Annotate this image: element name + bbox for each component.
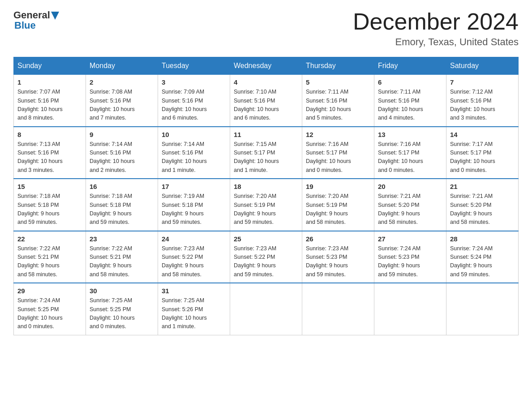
day-info: Sunrise: 7:22 AMSunset: 5:21 PMDaylight:… bbox=[90, 244, 154, 279]
calendar-cell: 12 Sunrise: 7:16 AMSunset: 5:17 PMDaylig… bbox=[302, 127, 374, 179]
day-info: Sunrise: 7:13 AMSunset: 5:16 PMDaylight:… bbox=[17, 140, 82, 175]
day-number: 24 bbox=[162, 235, 226, 243]
calendar-cell: 6 Sunrise: 7:11 AMSunset: 5:16 PMDayligh… bbox=[374, 75, 446, 127]
calendar-week-row: 1 Sunrise: 7:07 AMSunset: 5:16 PMDayligh… bbox=[14, 75, 519, 127]
calendar-cell: 31 Sunrise: 7:25 AMSunset: 5:26 PMDaylig… bbox=[158, 283, 230, 335]
calendar-cell: 4 Sunrise: 7:10 AMSunset: 5:16 PMDayligh… bbox=[230, 75, 302, 127]
day-info: Sunrise: 7:08 AMSunset: 5:16 PMDaylight:… bbox=[90, 88, 154, 123]
logo-blue: Blue bbox=[14, 20, 36, 31]
calendar-cell: 5 Sunrise: 7:11 AMSunset: 5:16 PMDayligh… bbox=[302, 75, 374, 127]
day-info: Sunrise: 7:24 AMSunset: 5:24 PMDaylight:… bbox=[450, 244, 515, 279]
day-info: Sunrise: 7:20 AMSunset: 5:19 PMDaylight:… bbox=[306, 192, 370, 227]
day-info: Sunrise: 7:14 AMSunset: 5:16 PMDaylight:… bbox=[90, 140, 154, 175]
calendar-cell: 13 Sunrise: 7:16 AMSunset: 5:17 PMDaylig… bbox=[374, 127, 446, 179]
day-number: 23 bbox=[90, 235, 154, 243]
col-tuesday: Tuesday bbox=[158, 57, 230, 75]
calendar-cell bbox=[302, 283, 374, 335]
day-number: 3 bbox=[162, 78, 226, 86]
day-number: 20 bbox=[378, 183, 442, 190]
day-info: Sunrise: 7:11 AMSunset: 5:16 PMDaylight:… bbox=[306, 88, 370, 123]
calendar-header-row: Sunday Monday Tuesday Wednesday Thursday… bbox=[14, 57, 519, 75]
day-info: Sunrise: 7:23 AMSunset: 5:23 PMDaylight:… bbox=[306, 244, 370, 279]
calendar-cell: 9 Sunrise: 7:14 AMSunset: 5:16 PMDayligh… bbox=[86, 127, 158, 179]
day-number: 8 bbox=[17, 131, 82, 138]
calendar-cell: 18 Sunrise: 7:20 AMSunset: 5:19 PMDaylig… bbox=[230, 179, 302, 231]
day-info: Sunrise: 7:24 AMSunset: 5:25 PMDaylight:… bbox=[17, 296, 82, 331]
day-number: 25 bbox=[234, 235, 298, 243]
day-info: Sunrise: 7:17 AMSunset: 5:17 PMDaylight:… bbox=[450, 140, 515, 175]
day-info: Sunrise: 7:10 AMSunset: 5:16 PMDaylight:… bbox=[234, 88, 298, 123]
day-number: 27 bbox=[378, 235, 442, 243]
col-wednesday: Wednesday bbox=[230, 57, 302, 75]
calendar-cell: 16 Sunrise: 7:18 AMSunset: 5:18 PMDaylig… bbox=[86, 179, 158, 231]
calendar-cell bbox=[446, 283, 519, 335]
col-saturday: Saturday bbox=[446, 57, 519, 75]
calendar-cell bbox=[374, 283, 446, 335]
location-subtitle: Emory, Texas, United States bbox=[353, 36, 519, 48]
calendar-cell: 2 Sunrise: 7:08 AMSunset: 5:16 PMDayligh… bbox=[86, 75, 158, 127]
calendar-cell: 11 Sunrise: 7:15 AMSunset: 5:17 PMDaylig… bbox=[230, 127, 302, 179]
day-info: Sunrise: 7:23 AMSunset: 5:22 PMDaylight:… bbox=[234, 244, 298, 279]
day-number: 17 bbox=[162, 183, 226, 190]
calendar-cell bbox=[230, 283, 302, 335]
calendar-cell: 14 Sunrise: 7:17 AMSunset: 5:17 PMDaylig… bbox=[446, 127, 519, 179]
calendar-week-row: 8 Sunrise: 7:13 AMSunset: 5:16 PMDayligh… bbox=[14, 127, 519, 179]
day-info: Sunrise: 7:12 AMSunset: 5:16 PMDaylight:… bbox=[450, 88, 515, 123]
calendar-cell: 15 Sunrise: 7:18 AMSunset: 5:18 PMDaylig… bbox=[14, 179, 86, 231]
month-year-title: December 2024 bbox=[353, 9, 519, 34]
calendar-table: Sunday Monday Tuesday Wednesday Thursday… bbox=[13, 57, 519, 335]
day-number: 14 bbox=[450, 131, 515, 138]
day-number: 29 bbox=[17, 287, 82, 295]
day-number: 7 bbox=[450, 78, 515, 86]
day-number: 18 bbox=[234, 183, 298, 190]
day-number: 16 bbox=[90, 183, 154, 190]
day-number: 31 bbox=[162, 287, 226, 295]
day-number: 13 bbox=[378, 131, 442, 138]
calendar-cell: 28 Sunrise: 7:24 AMSunset: 5:24 PMDaylig… bbox=[446, 231, 519, 283]
day-info: Sunrise: 7:20 AMSunset: 5:19 PMDaylight:… bbox=[234, 192, 298, 227]
day-info: Sunrise: 7:21 AMSunset: 5:20 PMDaylight:… bbox=[378, 192, 442, 227]
day-number: 9 bbox=[90, 131, 154, 138]
day-info: Sunrise: 7:11 AMSunset: 5:16 PMDaylight:… bbox=[378, 88, 442, 123]
page-header: General Blue December 2024 Emory, Texas,… bbox=[13, 9, 519, 48]
day-number: 11 bbox=[234, 131, 298, 138]
day-number: 26 bbox=[306, 235, 370, 243]
calendar-cell: 24 Sunrise: 7:23 AMSunset: 5:22 PMDaylig… bbox=[158, 231, 230, 283]
day-info: Sunrise: 7:16 AMSunset: 5:17 PMDaylight:… bbox=[378, 140, 442, 175]
day-info: Sunrise: 7:25 AMSunset: 5:25 PMDaylight:… bbox=[90, 296, 154, 331]
day-info: Sunrise: 7:25 AMSunset: 5:26 PMDaylight:… bbox=[162, 296, 226, 331]
day-number: 5 bbox=[306, 78, 370, 86]
calendar-cell: 23 Sunrise: 7:22 AMSunset: 5:21 PMDaylig… bbox=[86, 231, 158, 283]
calendar-cell: 27 Sunrise: 7:24 AMSunset: 5:23 PMDaylig… bbox=[374, 231, 446, 283]
calendar-week-row: 29 Sunrise: 7:24 AMSunset: 5:25 PMDaylig… bbox=[14, 283, 519, 335]
col-monday: Monday bbox=[86, 57, 158, 75]
day-info: Sunrise: 7:07 AMSunset: 5:16 PMDaylight:… bbox=[17, 88, 82, 123]
calendar-cell: 21 Sunrise: 7:21 AMSunset: 5:20 PMDaylig… bbox=[446, 179, 519, 231]
day-number: 10 bbox=[162, 131, 226, 138]
calendar-cell: 30 Sunrise: 7:25 AMSunset: 5:25 PMDaylig… bbox=[86, 283, 158, 335]
day-number: 21 bbox=[450, 183, 515, 190]
day-number: 30 bbox=[90, 287, 154, 295]
day-number: 4 bbox=[234, 78, 298, 86]
calendar-cell: 17 Sunrise: 7:19 AMSunset: 5:18 PMDaylig… bbox=[158, 179, 230, 231]
day-number: 28 bbox=[450, 235, 515, 243]
calendar-cell: 10 Sunrise: 7:14 AMSunset: 5:16 PMDaylig… bbox=[158, 127, 230, 179]
calendar-cell: 1 Sunrise: 7:07 AMSunset: 5:16 PMDayligh… bbox=[14, 75, 86, 127]
col-sunday: Sunday bbox=[14, 57, 86, 75]
day-info: Sunrise: 7:16 AMSunset: 5:17 PMDaylight:… bbox=[306, 140, 370, 175]
calendar-week-row: 22 Sunrise: 7:22 AMSunset: 5:21 PMDaylig… bbox=[14, 231, 519, 283]
day-number: 15 bbox=[17, 183, 82, 190]
day-info: Sunrise: 7:24 AMSunset: 5:23 PMDaylight:… bbox=[378, 244, 442, 279]
day-info: Sunrise: 7:19 AMSunset: 5:18 PMDaylight:… bbox=[162, 192, 226, 227]
day-number: 12 bbox=[306, 131, 370, 138]
calendar-cell: 20 Sunrise: 7:21 AMSunset: 5:20 PMDaylig… bbox=[374, 179, 446, 231]
col-friday: Friday bbox=[374, 57, 446, 75]
day-info: Sunrise: 7:18 AMSunset: 5:18 PMDaylight:… bbox=[90, 192, 154, 227]
day-info: Sunrise: 7:15 AMSunset: 5:17 PMDaylight:… bbox=[234, 140, 298, 175]
title-block: December 2024 Emory, Texas, United State… bbox=[353, 9, 519, 48]
day-number: 1 bbox=[17, 78, 82, 86]
calendar-cell: 7 Sunrise: 7:12 AMSunset: 5:16 PMDayligh… bbox=[446, 75, 519, 127]
calendar-cell: 25 Sunrise: 7:23 AMSunset: 5:22 PMDaylig… bbox=[230, 231, 302, 283]
logo-arrow-icon bbox=[51, 12, 59, 21]
day-info: Sunrise: 7:14 AMSunset: 5:16 PMDaylight:… bbox=[162, 140, 226, 175]
